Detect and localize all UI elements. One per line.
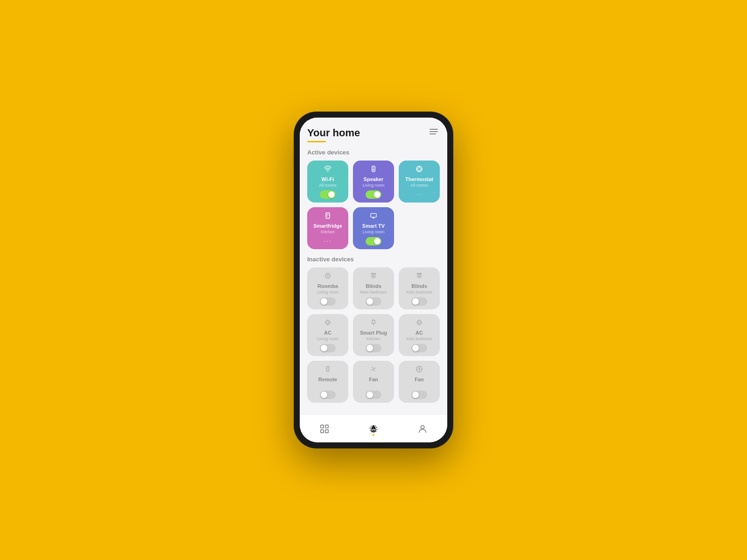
wifi-toggle[interactable] — [320, 190, 336, 199]
svg-rect-11 — [326, 213, 330, 218]
fan1-icon — [370, 365, 377, 375]
device-card-speaker[interactable]: Speaker Living room — [353, 161, 394, 203]
svg-line-53 — [420, 321, 421, 322]
svg-rect-27 — [417, 273, 422, 274]
smartfridge-name: Smartfridge — [313, 223, 342, 229]
roomba-name: Roomba — [317, 283, 338, 289]
device-card-thermostat[interactable]: Thermostat All rooms ··· — [399, 161, 440, 203]
fan2-icon — [416, 365, 423, 375]
fan1-name: Fan — [369, 377, 378, 383]
svg-line-40 — [329, 321, 330, 322]
svg-line-41 — [326, 323, 327, 324]
header: Your home — [307, 127, 440, 142]
nav-profile[interactable] — [410, 420, 435, 438]
blinds1-name: Blinds — [366, 283, 381, 289]
phone-screen: Your home Active devices — [300, 118, 447, 442]
svg-point-58 — [327, 370, 328, 371]
speaker-name: Speaker — [364, 176, 384, 182]
device-card-fan2[interactable]: Fan — [399, 361, 440, 403]
svg-rect-68 — [320, 429, 323, 432]
device-card-ac2[interactable]: AC Kids bedroom — [399, 314, 440, 356]
device-card-blinds1[interactable]: Blinds Main bedroom — [353, 267, 394, 309]
smartfridge-room: Kitchen — [321, 230, 335, 234]
thermostat-name: Thermostat — [405, 176, 433, 182]
ac1-name: AC — [324, 330, 331, 336]
remote-toggle[interactable] — [320, 391, 336, 399]
nav-home[interactable] — [361, 420, 386, 438]
blinds2-toggle[interactable] — [411, 297, 427, 306]
title-block: Your home — [307, 127, 360, 142]
svg-rect-69 — [325, 429, 328, 432]
svg-line-51 — [417, 321, 418, 322]
wifi-name: Wi-Fi — [322, 176, 334, 182]
fan2-toggle[interactable] — [411, 391, 427, 399]
smarttv-name: Smart TV — [362, 223, 385, 229]
device-card-remote[interactable]: Remote — [307, 361, 348, 403]
thermostat-room: All rooms — [410, 183, 428, 188]
bottom-nav — [300, 414, 447, 442]
svg-rect-67 — [325, 425, 328, 427]
svg-point-71 — [421, 425, 424, 428]
thermostat-icon — [416, 165, 423, 175]
device-card-blinds2[interactable]: Blinds Kids bedroom — [399, 267, 440, 309]
fan2-name: Fan — [415, 377, 424, 383]
page-title: Your home — [307, 127, 360, 139]
blinds1-toggle[interactable] — [366, 297, 381, 306]
device-card-fan1[interactable]: Fan — [353, 361, 394, 403]
svg-point-0 — [327, 171, 328, 172]
svg-point-19 — [327, 275, 329, 277]
device-card-ac1[interactable]: AC Living room — [307, 314, 348, 356]
ac2-toggle[interactable] — [411, 344, 427, 352]
svg-point-59 — [373, 369, 374, 370]
wifi-icon — [324, 165, 331, 175]
svg-point-61 — [419, 369, 420, 370]
smartplug-toggle[interactable] — [366, 344, 381, 352]
inactive-devices-grid: Roomba Living room — [307, 267, 440, 403]
device-card-smartplug[interactable]: Smart Plug Kitchen — [353, 314, 394, 356]
smartplug-icon — [370, 319, 377, 329]
tv-icon — [370, 212, 377, 222]
svg-rect-15 — [371, 214, 376, 217]
svg-line-52 — [420, 323, 421, 324]
blinds1-icon — [370, 272, 377, 282]
fridge-icon — [324, 212, 331, 222]
nav-grid[interactable] — [312, 420, 337, 438]
ac1-toggle[interactable] — [320, 344, 336, 352]
fan1-toggle[interactable] — [366, 391, 381, 399]
svg-point-57 — [327, 369, 328, 370]
smarttv-room: Living room — [363, 230, 385, 234]
svg-line-38 — [326, 321, 327, 322]
blinds2-name: Blinds — [411, 283, 427, 289]
active-section-label: Active devices — [307, 149, 440, 156]
ac2-icon — [416, 319, 423, 329]
svg-line-39 — [329, 323, 330, 324]
smarttv-toggle[interactable] — [366, 237, 381, 245]
inactive-section-label: Inactive devices — [307, 256, 440, 263]
ac1-icon — [324, 319, 331, 329]
device-card-roomba[interactable]: Roomba Living room — [307, 267, 348, 309]
title-underline — [307, 141, 326, 142]
scroll-area[interactable]: Your home Active devices — [300, 118, 447, 414]
roomba-room: Living room — [317, 290, 339, 294]
roomba-toggle[interactable] — [320, 297, 336, 306]
ac2-room: Kids bedroom — [406, 336, 432, 341]
device-card-smarttv[interactable]: Smart TV Living room — [353, 207, 394, 249]
menu-button[interactable] — [428, 127, 440, 136]
smartplug-name: Smart Plug — [360, 330, 387, 336]
svg-rect-66 — [320, 425, 323, 427]
speaker-toggle[interactable] — [366, 190, 381, 199]
blinds2-room: Kids bedroom — [406, 290, 432, 294]
ac2-name: AC — [416, 330, 423, 336]
phone-frame: Your home Active devices — [294, 112, 453, 448]
svg-point-2 — [373, 168, 374, 168]
smartfridge-more[interactable]: ··· — [324, 237, 332, 245]
device-card-wifi[interactable]: Wi-Fi All rooms — [307, 161, 348, 203]
svg-rect-21 — [371, 273, 376, 274]
blinds1-room: Main bedroom — [360, 290, 387, 294]
svg-line-54 — [417, 323, 418, 324]
blinds2-icon — [416, 272, 423, 282]
device-card-smartfridge[interactable]: Smartfridge Kitchen ··· — [307, 207, 348, 249]
wifi-room: All rooms — [319, 183, 337, 188]
remote-name: Remote — [318, 377, 337, 383]
thermostat-more[interactable]: ··· — [415, 190, 423, 198]
